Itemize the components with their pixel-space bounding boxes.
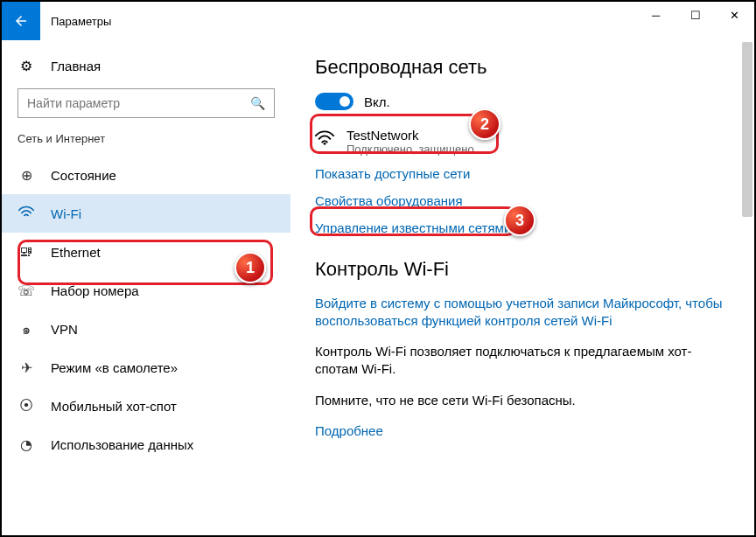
- maximize-button[interactable]: ☐: [676, 2, 715, 28]
- nav-label: Использование данных: [51, 437, 193, 452]
- data-icon: ◔: [18, 436, 35, 453]
- nav-label: VPN: [51, 322, 78, 337]
- nav-label: Мобильный хот-спот: [51, 399, 177, 414]
- close-button[interactable]: ✕: [715, 2, 754, 28]
- nav-label: Wi-Fi: [51, 206, 81, 221]
- content-area: ⚙ Главная 🔍 Сеть и Интернет ⊕ Состояние …: [2, 40, 754, 535]
- nav-label: Режим «в самолете»: [51, 360, 178, 375]
- wifi-control-desc2: Помните, что не все сети Wi-Fi безопасны…: [315, 392, 730, 409]
- heading-wireless: Беспроводная сеть: [315, 56, 730, 79]
- ethernet-icon: 🖳: [18, 244, 35, 260]
- link-more[interactable]: Подробнее: [315, 423, 730, 438]
- current-network[interactable]: TestNetwork Подключено, защищено: [315, 128, 730, 156]
- heading-wifi-control: Контроль Wi-Fi: [315, 258, 730, 281]
- hotspot-icon: ⦿: [18, 398, 35, 414]
- back-button[interactable]: [2, 2, 40, 40]
- titlebar: Параметры ─ ☐ ✕: [2, 2, 754, 40]
- search-input-container[interactable]: 🔍: [18, 88, 275, 118]
- network-status: Подключено, защищено: [346, 143, 474, 156]
- sidebar: ⚙ Главная 🔍 Сеть и Интернет ⊕ Состояние …: [2, 40, 290, 535]
- svg-point-0: [324, 143, 326, 145]
- link-show-available[interactable]: Показать доступные сети: [315, 166, 730, 181]
- sidebar-item-vpn[interactable]: ๑ VPN: [2, 310, 290, 348]
- sidebar-item-status[interactable]: ⊕ Состояние: [2, 156, 290, 194]
- wifi-icon: [18, 206, 35, 221]
- nav-label: Набор номера: [51, 283, 139, 298]
- search-icon: 🔍: [250, 96, 265, 110]
- search-input[interactable]: [27, 96, 250, 110]
- main-content: Беспроводная сеть Вкл. TestNetwork Подкл…: [290, 40, 754, 535]
- wifi-signal-icon: [315, 129, 334, 150]
- window-controls: ─ ☐ ✕: [636, 2, 754, 40]
- sidebar-item-datausage[interactable]: ◔ Использование данных: [2, 425, 290, 464]
- sidebar-category: Сеть и Интернет: [2, 132, 290, 156]
- vpn-icon: ๑: [18, 318, 35, 340]
- network-name: TestNetwork: [346, 128, 474, 143]
- gear-icon: ⚙: [18, 58, 35, 74]
- airplane-icon: ✈: [18, 359, 35, 376]
- globe-icon: ⊕: [18, 167, 35, 184]
- wifi-toggle-row: Вкл.: [315, 93, 730, 110]
- link-signin-microsoft[interactable]: Войдите в систему с помощью учетной запи…: [315, 295, 730, 331]
- sidebar-item-dialup[interactable]: ☏ Набор номера: [2, 271, 290, 310]
- scrollbar-thumb[interactable]: [742, 42, 752, 217]
- minimize-button[interactable]: ─: [636, 2, 676, 28]
- window-title: Параметры: [40, 15, 111, 28]
- sidebar-item-airplane[interactable]: ✈ Режим «в самолете»: [2, 348, 290, 387]
- sidebar-item-ethernet[interactable]: 🖳 Ethernet: [2, 233, 290, 271]
- toggle-state-label: Вкл.: [364, 94, 390, 109]
- dialup-icon: ☏: [18, 282, 35, 299]
- sidebar-home[interactable]: ⚙ Главная: [2, 51, 290, 88]
- toggle-knob: [340, 96, 350, 107]
- nav-label: Ethernet: [51, 245, 101, 260]
- link-manage-known[interactable]: Управление известными сетями: [315, 220, 730, 235]
- home-label: Главная: [51, 59, 101, 73]
- sidebar-item-hotspot[interactable]: ⦿ Мобильный хот-спот: [2, 387, 290, 425]
- nav-label: Состояние: [51, 168, 116, 183]
- wifi-control-desc1: Контроль Wi-Fi позволяет подключаться к …: [315, 343, 730, 379]
- wifi-toggle[interactable]: [315, 93, 354, 110]
- sidebar-item-wifi[interactable]: Wi-Fi: [2, 194, 290, 233]
- link-hardware-props[interactable]: Свойства оборудования: [315, 193, 730, 208]
